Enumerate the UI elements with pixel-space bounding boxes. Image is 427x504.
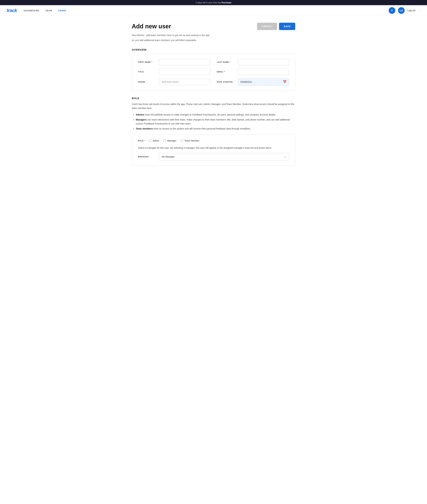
- list-item: Admins have full add/edit access to make…: [136, 113, 295, 117]
- role-description: Culch has three role levels of access wi…: [132, 102, 295, 110]
- purchase-link[interactable]: Purchase: [222, 1, 231, 4]
- last-name-field: LAST NAME *: [217, 59, 289, 65]
- subtitle-2: As you add additional team members you w…: [132, 38, 295, 42]
- managers-bold: Managers: [136, 118, 147, 121]
- phone-field: PHONE: [138, 78, 210, 85]
- manager-description: Select a manager for this user. By selec…: [138, 146, 289, 150]
- main-nav: DASHBOARD TEAM ADMIN: [24, 9, 389, 12]
- overview-card: FIRST NAME * LAST NAME * TITLE EMAIL * P…: [132, 54, 295, 91]
- role-radio-group: Admin Manager Team Member: [149, 139, 199, 142]
- avatar: LA: [398, 7, 405, 14]
- first-name-field: FIRST NAME *: [138, 59, 210, 65]
- team-members-bold: Team members: [136, 127, 153, 130]
- header-actions: CANCEL SAVE: [257, 23, 295, 30]
- role-admin-option[interactable]: Admin: [149, 139, 159, 142]
- role-manager-radio[interactable]: [163, 139, 166, 142]
- subtitle-1: Hey Admins - add team members here to ge…: [132, 33, 295, 37]
- admins-text: have full add/edit access to make change…: [145, 113, 276, 116]
- date-started-field: DATE STARTED 03/09/2021 📅: [217, 78, 289, 85]
- list-item: Team members have no access to the syste…: [136, 127, 295, 131]
- overview-form: FIRST NAME * LAST NAME * TITLE EMAIL * P…: [138, 59, 289, 85]
- role-team-member-option[interactable]: Team Member: [181, 139, 199, 142]
- nav-admin[interactable]: ADMIN: [58, 9, 66, 12]
- date-value: 03/09/2021: [240, 81, 252, 83]
- list-item: Managers can track interactions with the…: [136, 118, 295, 126]
- role-admin-label: Admin: [152, 139, 159, 142]
- role-card: ROLE * Admin Manager Team Member Select …: [132, 134, 295, 166]
- add-button[interactable]: +: [389, 7, 395, 14]
- last-name-input[interactable]: [238, 59, 289, 65]
- date-started-label: DATE STARTED: [217, 81, 235, 83]
- header-right: + LA Laila Ali ⌄: [389, 7, 420, 14]
- manager-select[interactable]: No Manager ⌄: [159, 153, 289, 161]
- email-label: EMAIL *: [217, 71, 235, 73]
- nav-team[interactable]: TEAM: [45, 9, 52, 12]
- main-content: Add new user CANCEL SAVE Hey Admins - ad…: [129, 16, 298, 172]
- date-started-input[interactable]: 03/09/2021 📅: [238, 78, 289, 85]
- team-members-text: have no access to the system and will re…: [153, 127, 251, 130]
- first-name-label: FIRST NAME *: [138, 61, 156, 63]
- email-input[interactable]: [238, 69, 289, 75]
- nav-dashboard[interactable]: DASHBOARD: [24, 9, 39, 12]
- banner-text: 2 days left in your free trial: [196, 1, 222, 4]
- manager-select-chevron-icon: ⌄: [284, 155, 286, 158]
- title-input[interactable]: [159, 69, 210, 75]
- managers-text: can track interactions with their team; …: [136, 118, 290, 125]
- role-admin-radio[interactable]: [149, 139, 151, 142]
- phone-label: PHONE: [138, 81, 156, 83]
- page-title: Add new user: [132, 23, 171, 30]
- email-field: EMAIL *: [217, 69, 289, 75]
- role-list: Admins have full add/edit access to make…: [132, 113, 295, 131]
- cancel-button[interactable]: CANCEL: [257, 23, 277, 30]
- role-team-member-radio[interactable]: [181, 139, 183, 142]
- manager-select-value: No Manager: [162, 155, 175, 158]
- user-name: Laila Ali: [407, 9, 415, 12]
- logo: track: [7, 8, 17, 13]
- role-selection-row: ROLE * Admin Manager Team Member: [138, 139, 289, 142]
- title-label: TITLE: [138, 71, 156, 73]
- role-manager-label: Manager: [167, 139, 176, 142]
- save-button[interactable]: SAVE: [279, 23, 295, 30]
- role-manager-option[interactable]: Manager: [163, 139, 176, 142]
- calendar-icon[interactable]: 📅: [283, 80, 287, 84]
- role-field-label: ROLE *: [138, 140, 145, 142]
- role-section-title: ROLE: [132, 97, 295, 100]
- admins-bold: Admins: [136, 113, 144, 116]
- manager-row: MANAGER No Manager ⌄: [138, 153, 289, 161]
- user-menu-chevron[interactable]: ⌄: [419, 9, 420, 12]
- overview-section-title: OVERVIEW: [132, 48, 295, 51]
- role-team-member-label: Team Member: [184, 139, 199, 142]
- header: track DASHBOARD TEAM ADMIN + LA Laila Al…: [0, 5, 427, 16]
- page-header: Add new user CANCEL SAVE: [132, 23, 295, 30]
- phone-input[interactable]: [159, 79, 210, 85]
- manager-label: MANAGER: [138, 156, 156, 158]
- top-banner: 2 days left in your free trial Purchase: [0, 0, 427, 5]
- first-name-input[interactable]: [159, 59, 210, 65]
- title-field: TITLE: [138, 69, 210, 75]
- last-name-label: LAST NAME *: [217, 61, 235, 63]
- logo-text: track: [7, 8, 17, 13]
